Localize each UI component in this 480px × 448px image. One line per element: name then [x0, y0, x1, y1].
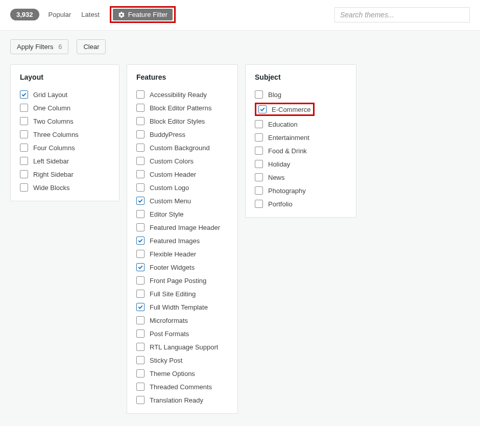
- features-item[interactable]: Featured Image Header: [136, 223, 228, 231]
- layout-item[interactable]: Left Sidebar: [20, 157, 110, 165]
- features-item[interactable]: Custom Colors: [136, 157, 228, 165]
- checkbox[interactable]: [255, 120, 263, 128]
- checkbox-label: Flexible Header: [150, 250, 196, 258]
- checkbox[interactable]: [255, 147, 263, 155]
- checkbox[interactable]: [136, 90, 145, 99]
- features-item[interactable]: Featured Images: [136, 237, 228, 245]
- subject-item[interactable]: Holiday: [255, 160, 347, 168]
- layout-item[interactable]: Three Columns: [20, 130, 110, 138]
- features-item[interactable]: Custom Logo: [136, 183, 228, 192]
- subject-item[interactable]: E-Commerce: [258, 105, 311, 113]
- checkbox[interactable]: [20, 117, 28, 125]
- features-item[interactable]: Full Site Editing: [136, 290, 228, 298]
- checkbox-label: Microformats: [150, 317, 188, 324]
- checkbox[interactable]: [136, 170, 145, 178]
- action-row: Apply Filters 6 Clear: [10, 39, 470, 54]
- subject-item[interactable]: Food & Drink: [255, 147, 347, 155]
- checkbox[interactable]: [136, 117, 145, 125]
- gear-icon: [118, 11, 125, 18]
- features-item[interactable]: Post Formats: [136, 329, 228, 338]
- checkbox[interactable]: [20, 144, 28, 152]
- subject-item[interactable]: Portfolio: [255, 200, 347, 208]
- feature-filter-button[interactable]: Feature Filter: [113, 9, 173, 20]
- checkbox[interactable]: [136, 356, 145, 364]
- checkbox-label: Block Editor Styles: [150, 117, 205, 125]
- checkbox[interactable]: [136, 383, 145, 391]
- checkbox[interactable]: [20, 170, 28, 178]
- checkbox[interactable]: [20, 130, 28, 138]
- features-item[interactable]: BuddyPress: [136, 130, 228, 138]
- subject-item[interactable]: Photography: [255, 186, 347, 195]
- features-item[interactable]: Editor Style: [136, 210, 228, 218]
- checkbox[interactable]: [20, 90, 28, 99]
- checkbox[interactable]: [20, 157, 28, 165]
- features-item[interactable]: Block Editor Patterns: [136, 104, 228, 112]
- checkbox[interactable]: [20, 183, 28, 192]
- checkbox[interactable]: [136, 276, 145, 285]
- checkbox[interactable]: [136, 104, 145, 112]
- features-item[interactable]: Block Editor Styles: [136, 117, 228, 125]
- checkbox[interactable]: [136, 343, 145, 351]
- features-item[interactable]: Accessibility Ready: [136, 90, 228, 99]
- features-item[interactable]: Footer Widgets: [136, 263, 228, 271]
- checkbox[interactable]: [136, 329, 145, 338]
- checkbox-label: Education: [268, 121, 298, 128]
- clear-button[interactable]: Clear: [77, 39, 106, 54]
- checkbox[interactable]: [136, 316, 145, 324]
- checkbox-label: Full Site Editing: [150, 290, 196, 298]
- panel-layout: Layout Grid LayoutOne ColumnTwo ColumnsT…: [10, 64, 119, 201]
- checkbox[interactable]: [136, 223, 145, 231]
- tab-popular[interactable]: Popular: [49, 11, 71, 18]
- features-item[interactable]: Microformats: [136, 316, 228, 324]
- features-item[interactable]: Custom Background: [136, 144, 228, 152]
- checkbox[interactable]: [136, 303, 145, 311]
- subject-item[interactable]: Entertainment: [255, 133, 347, 142]
- subject-item[interactable]: Blog: [255, 90, 347, 99]
- features-item[interactable]: Theme Options: [136, 369, 228, 378]
- checkbox[interactable]: [136, 396, 145, 404]
- features-item[interactable]: Full Width Template: [136, 303, 228, 311]
- checkbox[interactable]: [255, 160, 263, 168]
- layout-item[interactable]: Two Columns: [20, 117, 110, 125]
- checkbox[interactable]: [136, 183, 145, 192]
- checkbox[interactable]: [136, 157, 145, 165]
- checkbox[interactable]: [136, 130, 145, 138]
- panel-features: Features Accessibility ReadyBlock Editor…: [127, 64, 238, 414]
- apply-filters-label: Apply Filters: [17, 43, 54, 51]
- checkbox[interactable]: [136, 197, 145, 205]
- checkbox[interactable]: [255, 200, 263, 208]
- features-item[interactable]: Threaded Comments: [136, 383, 228, 391]
- tab-latest[interactable]: Latest: [81, 11, 99, 18]
- checkbox[interactable]: [136, 210, 145, 218]
- checkbox-label: Editor Style: [150, 210, 183, 218]
- checkbox[interactable]: [255, 173, 263, 181]
- checkbox[interactable]: [136, 237, 145, 245]
- subject-item[interactable]: Education: [255, 120, 347, 128]
- checkbox[interactable]: [20, 104, 28, 112]
- features-item[interactable]: Front Page Posting: [136, 276, 228, 285]
- layout-item[interactable]: Four Columns: [20, 144, 110, 152]
- features-item[interactable]: Sticky Post: [136, 356, 228, 364]
- checkbox[interactable]: [255, 90, 263, 99]
- layout-item[interactable]: Grid Layout: [20, 90, 110, 99]
- subject-item[interactable]: News: [255, 173, 347, 181]
- checkbox[interactable]: [136, 250, 145, 258]
- search-input[interactable]: [334, 7, 470, 22]
- features-item[interactable]: Custom Header: [136, 170, 228, 178]
- features-item[interactable]: RTL Language Support: [136, 343, 228, 351]
- checkbox[interactable]: [136, 263, 145, 271]
- features-item[interactable]: Translation Ready: [136, 396, 228, 404]
- layout-item[interactable]: One Column: [20, 104, 110, 112]
- checkbox[interactable]: [255, 133, 263, 142]
- checkbox[interactable]: [136, 144, 145, 152]
- features-item[interactable]: Custom Menu: [136, 197, 228, 205]
- layout-item[interactable]: Wide Blocks: [20, 183, 110, 192]
- layout-item[interactable]: Right Sidebar: [20, 170, 110, 178]
- checkbox-label: Right Sidebar: [33, 171, 74, 178]
- checkbox[interactable]: [255, 186, 263, 195]
- checkbox[interactable]: [258, 105, 267, 113]
- checkbox[interactable]: [136, 369, 145, 378]
- features-item[interactable]: Flexible Header: [136, 250, 228, 258]
- apply-filters-button[interactable]: Apply Filters 6: [10, 39, 68, 54]
- checkbox[interactable]: [136, 290, 145, 298]
